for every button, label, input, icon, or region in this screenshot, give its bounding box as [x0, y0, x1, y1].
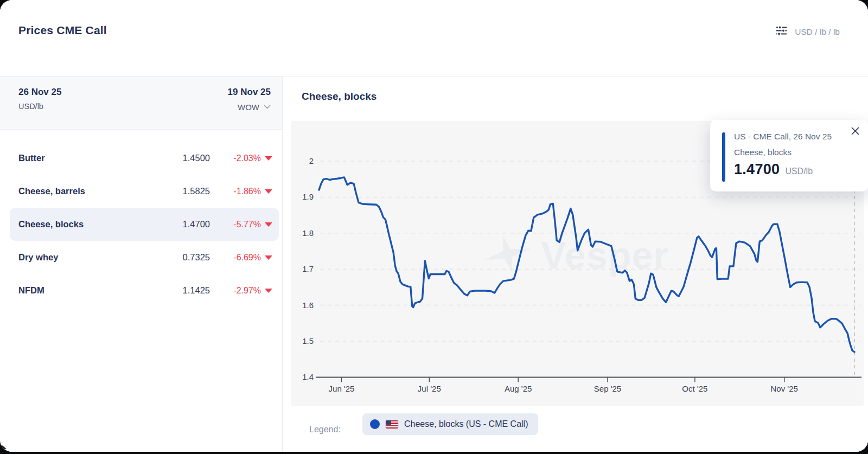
table-row-butter[interactable]: Butter 1.4500 -2.03%	[10, 142, 279, 175]
card-header: Prices CME Call USD / lb / lb	[0, 0, 868, 76]
us-flag-icon	[386, 420, 398, 429]
change-percent: -1.86%	[233, 187, 261, 196]
x-axis-label: Nov '25	[771, 384, 798, 393]
legend-item-cheese-blocks[interactable]: Cheese, blocks (US - CME Call)	[362, 413, 538, 435]
triangle-down-icon	[265, 189, 272, 194]
y-axis-label: 1.8	[302, 228, 314, 238]
mouse-cursor-icon	[1, 444, 9, 452]
y-axis-label: 1.4	[302, 372, 314, 381]
triangle-down-icon	[265, 156, 272, 161]
legend-item-label: Cheese, blocks (US - CME Call)	[404, 419, 528, 429]
price-table-panel: 26 Nov 25 USD/lb 19 Nov 25 WOW Butter	[0, 76, 283, 452]
x-axis-label: Jul '25	[418, 384, 441, 393]
x-axis-label: Aug '25	[505, 384, 532, 393]
x-axis-label: Sep '25	[594, 384, 621, 393]
x-axis-label: Oct '25	[682, 384, 707, 393]
y-axis-label: 1.6	[302, 300, 314, 310]
compare-date-label: 19 Nov 25	[228, 87, 271, 98]
product-name: Cheese, blocks	[18, 219, 158, 229]
unit-selector[interactable]: USD / lb / lb	[776, 25, 840, 39]
y-axis-label: 2	[309, 156, 314, 165]
chart-tooltip: US - CME Call, 26 Nov 25 Cheese, blocks …	[710, 120, 868, 191]
product-name: Dry whey	[18, 252, 158, 263]
sliders-icon[interactable]	[776, 25, 787, 39]
tooltip-series-color-bar	[722, 132, 725, 182]
tooltip-unit: USD/lb	[785, 167, 813, 176]
triangle-down-icon	[265, 255, 272, 260]
product-price: 1.4500	[158, 153, 210, 163]
y-axis-label: 1.7	[302, 264, 314, 273]
change-percent: -2.03%	[233, 154, 261, 163]
product-name: Cheese, barrels	[18, 186, 158, 196]
tooltip-product: Cheese, blocks	[734, 148, 832, 157]
legend-label: Legend:	[309, 425, 341, 434]
page-title: Prices CME Call	[18, 24, 107, 37]
compare-mode-label[interactable]: WOW	[238, 103, 259, 112]
current-date-label: 26 Nov 25	[18, 87, 61, 98]
price-table-header: 26 Nov 25 USD/lb 19 Nov 25 WOW	[0, 76, 282, 130]
chart-title: Cheese, blocks	[302, 91, 376, 103]
unit-selector-label[interactable]: USD / lb / lb	[795, 27, 840, 37]
series-dot-icon	[370, 419, 380, 429]
y-axis-label: 1.9	[302, 192, 314, 201]
compare-mode-dropdown[interactable]: WOW	[238, 102, 271, 112]
triangle-down-icon	[265, 222, 272, 227]
x-axis-label: Jun '25	[329, 384, 355, 393]
price-rows: Butter 1.4500 -2.03% Cheese, barrels 1.5…	[0, 130, 282, 307]
close-icon[interactable]	[850, 125, 860, 136]
legend-bar: Legend: Cheese, blocks (US - CME Call)	[283, 406, 868, 452]
product-price: 1.5825	[158, 186, 210, 196]
price-line-series	[319, 177, 854, 352]
product-price: 1.4700	[158, 219, 210, 229]
table-row-nfdm[interactable]: NFDM 1.1425 -2.97%	[10, 274, 279, 307]
product-name: NFDM	[18, 285, 158, 296]
prices-card: Prices CME Call USD / lb / lb	[0, 0, 868, 452]
change-percent: -6.69%	[233, 253, 261, 263]
unit-label: USD/lb	[18, 102, 61, 111]
table-row-dry-whey[interactable]: Dry whey 0.7325 -6.69%	[10, 241, 279, 274]
chevron-down-icon	[264, 102, 271, 112]
chart-panel: Cheese, blocks Vesper 21.91.81.71.61.51.…	[283, 76, 868, 452]
tooltip-series-label: US - CME Call, 26 Nov 25	[734, 132, 832, 141]
triangle-down-icon	[265, 289, 272, 293]
product-price: 0.7325	[158, 252, 210, 263]
change-percent: -5.77%	[233, 220, 261, 229]
table-row-cheese-barrels[interactable]: Cheese, barrels 1.5825 -1.86%	[10, 175, 279, 208]
product-price: 1.1425	[158, 285, 210, 296]
product-name: Butter	[18, 153, 158, 163]
y-axis-label: 1.5	[302, 336, 314, 346]
change-percent: -2.97%	[233, 286, 261, 296]
table-row-cheese-blocks[interactable]: Cheese, blocks 1.4700 -5.77%	[10, 208, 279, 241]
tooltip-value: 1.4700	[734, 162, 780, 177]
content-panels: 26 Nov 25 USD/lb 19 Nov 25 WOW Butter	[0, 76, 868, 452]
